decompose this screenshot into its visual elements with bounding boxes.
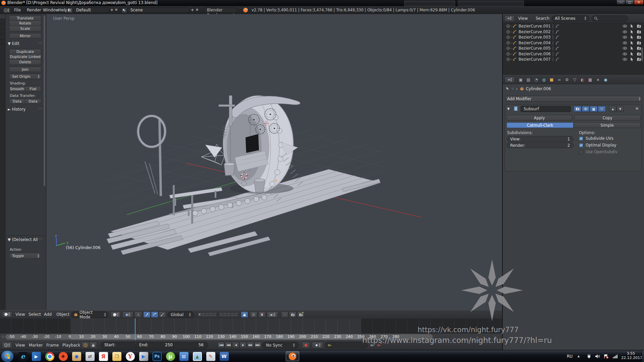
viewport-3d[interactable]: User Persp z y (56) Cylinder.006: [0, 14, 502, 310]
taskbar-app-button[interactable]: ✎: [204, 351, 217, 361]
auto-keyframe-record-icon[interactable]: [302, 342, 310, 348]
toolshelf-tab[interactable]: [0, 39, 5, 44]
copy-button[interactable]: Copy: [574, 115, 641, 121]
start-button[interactable]: [1, 351, 13, 362]
expand-icon[interactable]: [506, 57, 510, 61]
join-button[interactable]: Join: [9, 67, 41, 72]
outliner-search-input[interactable]: [592, 15, 628, 21]
expand-icon[interactable]: [506, 35, 510, 39]
scale-button[interactable]: Scale: [9, 26, 41, 32]
screen-layout-icon[interactable]: [67, 8, 73, 13]
toolshelf-scrollbar[interactable]: [44, 15, 45, 186]
pin-icon[interactable]: ✒: [504, 85, 510, 92]
outliner-row[interactable]: BezierCurve.006 |: [503, 51, 644, 57]
visibility-eye-icon[interactable]: [623, 41, 627, 45]
properties-tab[interactable]: ◔: [532, 76, 540, 83]
playback-button[interactable]: ▶▶: [247, 342, 254, 348]
selectable-cursor-icon[interactable]: [630, 29, 634, 34]
properties-tab[interactable]: ◐: [579, 76, 586, 83]
set-origin-dropdown[interactable]: Set Origin▲▼: [9, 74, 41, 79]
object-name[interactable]: BezierCurve.003: [519, 35, 551, 40]
editor-type-3dview-icon[interactable]: ▲▼: [2, 311, 12, 317]
modifier-expand-icon[interactable]: ▼: [507, 107, 510, 111]
action-toggle-dropdown[interactable]: Toggle▲▼: [9, 253, 41, 259]
properties-tab[interactable]: ⚙: [563, 76, 571, 83]
properties-tab[interactable]: ▣: [517, 76, 525, 83]
viewport-menu-view[interactable]: View: [13, 310, 27, 318]
outliner-menu-search[interactable]: Search: [534, 14, 551, 22]
screen-layout-selector[interactable]: Default: [73, 7, 109, 13]
modifier-name-field[interactable]: Subsurf: [521, 106, 571, 112]
mode-selector[interactable]: Object Mode▲▼: [71, 311, 108, 318]
delete-button[interactable]: Delete: [9, 60, 41, 65]
outliner-menu-view[interactable]: View: [516, 14, 530, 22]
outliner-row[interactable]: BezierCurve.003 |: [503, 35, 644, 40]
renderable-camera-icon[interactable]: [637, 35, 641, 40]
outliner-row[interactable]: BezierCurve.004 |: [503, 40, 644, 46]
opengl-render-anim-icon[interactable]: +: [297, 311, 305, 318]
window-titlebar[interactable]: Blender* [D:\Progect Revival Night\Дораб…: [0, 0, 644, 6]
playback-button[interactable]: |◀◀: [217, 342, 224, 348]
renderable-camera-icon[interactable]: [637, 52, 641, 56]
visibility-eye-icon[interactable]: [623, 52, 627, 56]
taskbar-app-button[interactable]: [43, 351, 56, 361]
rotate-manipulator-icon[interactable]: [151, 311, 158, 318]
visibility-eye-icon[interactable]: [623, 35, 627, 40]
properties-tab[interactable]: ◉: [602, 76, 609, 83]
properties-tab[interactable]: ▽: [571, 76, 579, 83]
renderable-camera-icon[interactable]: [637, 41, 641, 45]
proportional-edit-icon[interactable]: ◎: [250, 311, 257, 318]
taskbar-app-button[interactable]: µ: [164, 351, 177, 361]
outliner-row[interactable]: BezierCurve.001 |: [503, 23, 644, 29]
timeline-menu-frame[interactable]: Frame: [44, 341, 61, 349]
option-row[interactable]: Subdivide UVs: [579, 136, 618, 141]
active-keying-set-field[interactable]: [325, 342, 368, 348]
language-indicator[interactable]: RU: [567, 354, 573, 359]
taskbar-app-button[interactable]: ❒: [110, 351, 123, 361]
expand-icon[interactable]: [506, 46, 510, 50]
editor-type-properties-icon[interactable]: ≡▲▼: [505, 77, 515, 83]
toolshelf-tab[interactable]: [0, 14, 5, 19]
subdivisions-view-slider[interactable]: View:1: [506, 136, 574, 142]
renderable-camera-icon[interactable]: [637, 46, 641, 51]
taskbar-blender-active-button[interactable]: [286, 351, 299, 361]
taskbar-app-button[interactable]: ✚: [56, 351, 70, 361]
properties-tab[interactable]: ◍: [540, 76, 548, 83]
minimize-button[interactable]: —: [616, 0, 625, 5]
renderable-camera-icon[interactable]: [637, 57, 641, 62]
outliner-row[interactable]: BezierCurve.005 |: [503, 46, 644, 51]
option-row[interactable]: Optimal Display: [579, 143, 618, 147]
renderable-camera-icon[interactable]: [637, 24, 641, 28]
playback-button[interactable]: ◀◀: [225, 342, 232, 348]
viewport-menu-object[interactable]: Object: [54, 310, 71, 318]
timeline-menu-marker[interactable]: Marker: [27, 341, 45, 349]
taskbar-app-button[interactable]: ▶: [137, 351, 150, 361]
taskbar-app-button[interactable]: ⇄: [83, 351, 97, 361]
subdivisions-render-slider[interactable]: Render:2: [506, 142, 574, 148]
maximize-button[interactable]: ▢: [625, 0, 634, 5]
taskbar-app-button[interactable]: Ps: [150, 351, 164, 361]
checkbox[interactable]: [579, 150, 583, 154]
modifier-view-toggle-icon[interactable]: [582, 106, 590, 112]
orientation-selector[interactable]: Global▲▼: [168, 311, 194, 318]
taskbar-app-button[interactable]: ◉: [70, 351, 83, 361]
object-name[interactable]: BezierCurve.004: [519, 41, 551, 45]
editor-type-timeline-icon[interactable]: ▲▼: [2, 342, 12, 348]
properties-tab[interactable]: ▩: [586, 76, 594, 83]
visibility-eye-icon[interactable]: [623, 24, 627, 28]
snap-element-selector[interactable]: |◆|▲▼: [267, 311, 278, 318]
node-editor-shortcut-icon[interactable]: ⁘: [281, 311, 288, 318]
add-scene-button[interactable]: +: [191, 7, 194, 12]
opengl-render-still-icon[interactable]: [289, 311, 297, 318]
selectable-cursor-icon[interactable]: [630, 52, 634, 56]
outliner-scrollbar[interactable]: [641, 48, 643, 61]
viewport-menu-select[interactable]: Select: [26, 310, 43, 318]
sync-mode-selector[interactable]: No Sync▲▼: [262, 342, 299, 348]
mirror-button[interactable]: Mirror: [9, 33, 41, 39]
timeline-ruler[interactable]: -50-40-30-20-100102030405060708090100110…: [0, 334, 502, 340]
close-button[interactable]: ✕: [634, 0, 644, 5]
editor-type-info-icon[interactable]: ⓘ▲▼: [3, 7, 11, 13]
taskbar-app-button[interactable]: Y: [123, 351, 137, 361]
taskbar-app-button[interactable]: ▶: [30, 351, 43, 361]
delete-modifier-icon[interactable]: ✕: [635, 106, 639, 111]
